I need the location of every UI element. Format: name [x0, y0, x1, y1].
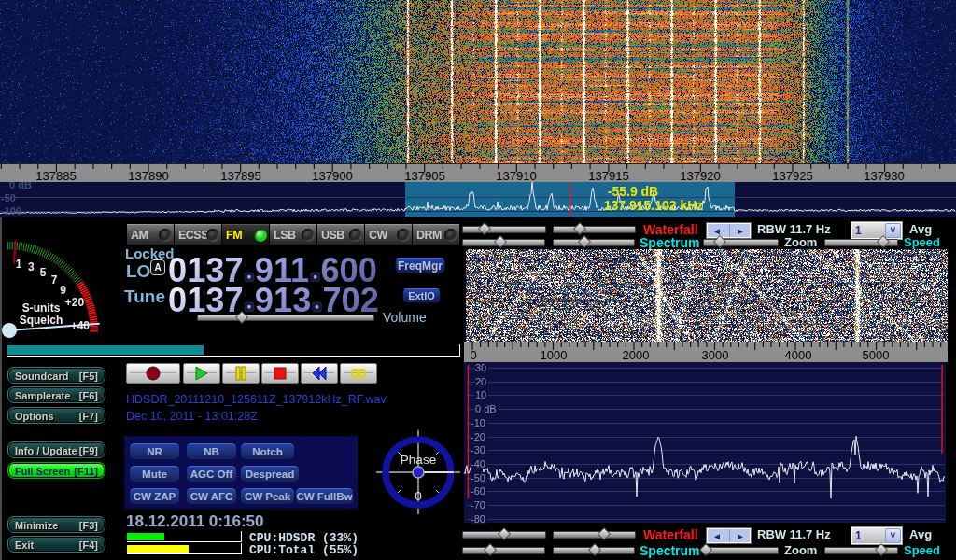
record-button[interactable] [126, 363, 180, 384]
mode-button-lsb[interactable]: LSB [270, 224, 316, 245]
menu-button-key: [F6] [79, 390, 98, 401]
dsp-button-notch[interactable]: Notch [241, 443, 294, 459]
scale2-label: 2000 [623, 348, 650, 362]
smeter-scale-label: 3 [28, 260, 35, 273]
menu-button-exit[interactable]: Exit[F4] [7, 536, 105, 553]
mode-led-drm [444, 229, 457, 242]
sp-slider2-0-track[interactable] [553, 239, 635, 246]
digit-separator [246, 302, 253, 311]
menu-button-label: Options [15, 411, 54, 422]
wf-slider1-0-track[interactable] [462, 226, 546, 233]
waterfall-spin-1-right-arrow[interactable]: ► [736, 531, 745, 541]
dsp-button-cw-fullbw[interactable]: CW FullBw [296, 488, 353, 504]
mode-led-lsb [302, 229, 315, 242]
lo-a-badge[interactable]: A [150, 259, 165, 275]
main-waterfall-display[interactable] [0, 0, 956, 163]
loop-button[interactable] [340, 363, 377, 384]
digit-separator [313, 302, 320, 311]
menu-button-info-update[interactable]: Info / Update[F9] [7, 441, 105, 458]
smeter-caption-sunits: S-units [22, 301, 61, 315]
scale2-label: 4000 [785, 348, 812, 362]
wf-slider2-1-track[interactable] [553, 531, 636, 539]
audio-spectrum-display[interactable]: 3020100 dB-10-20-30-40-50-60-70-80 [464, 362, 946, 523]
tune-frequency-display[interactable]: 0137913702 [168, 285, 379, 315]
audio-waterfall-display[interactable] [466, 249, 948, 342]
scale1-label: 137905 [404, 169, 444, 183]
waterfall-label-1: Waterfall [643, 527, 698, 542]
dsp-button-despread[interactable]: Despread [241, 466, 299, 482]
scale1-label: 137925 [772, 169, 812, 183]
scale1-label: 137915 [588, 169, 628, 183]
phase-dial[interactable]: Phase0 [372, 426, 465, 519]
dsp-button-cw-afc[interactable]: CW AFC [187, 488, 236, 504]
menu-button-label: Exit [15, 539, 34, 551]
cpu-bar1-end [241, 531, 242, 542]
sp-slider1-1-track[interactable] [462, 547, 545, 554]
scale2-label: 1000 [541, 348, 568, 362]
menu-button-minimize[interactable]: Minimize[F3] [7, 516, 105, 533]
mode-button-fm[interactable]: FM [222, 224, 269, 245]
menu-button-samplerate[interactable]: Samplerate[F6] [7, 386, 105, 403]
spec2-db-label: 30 [475, 363, 488, 372]
menu-button-soundcard[interactable]: Soundcard[F5] [7, 367, 105, 384]
record-icon [146, 366, 161, 381]
avg-dropdown-0[interactable]: 1˅ [851, 222, 902, 239]
dsp-button-nr[interactable]: NR [130, 443, 179, 459]
mode-button-cw[interactable]: CW [365, 224, 412, 245]
waterfall-spin-0-right-arrow[interactable]: ► [736, 226, 745, 236]
dsp-button-agc-off[interactable]: AGC Off [187, 466, 236, 482]
zoom-slider-1-track[interactable] [703, 547, 779, 554]
scale1-label: 137930 [864, 169, 904, 183]
dsp-button-cw-zap[interactable]: CW ZAP [130, 488, 179, 504]
tune-label: Tune [124, 287, 165, 307]
avg-dropdown-1-arrow[interactable]: ˅ [885, 528, 901, 543]
dsp-button-nb[interactable]: NB [187, 443, 236, 459]
menu-button-key: [F5] [79, 371, 98, 382]
squelch-track-end [459, 344, 460, 357]
mode-led-am [159, 229, 172, 242]
zoom-label-0: Zoom [784, 235, 817, 249]
mode-button-usb[interactable]: USB [317, 224, 364, 245]
mode-button-ecss[interactable]: ECSS [175, 224, 221, 245]
dsp-button-cw-peak[interactable]: CW Peak [241, 488, 294, 504]
waterfall-spin-1-left-arrow[interactable]: ◄ [712, 531, 722, 541]
waterfall-spin-0[interactable]: ◄► [707, 223, 751, 238]
avg-dropdown-0-arrow[interactable]: ˅ [885, 223, 901, 238]
wf-slider2-0-track[interactable] [553, 226, 636, 233]
mode-button-label: USB [321, 229, 344, 242]
locked-label: Locked [125, 245, 175, 261]
stop-button[interactable] [261, 363, 299, 384]
main-frequency-scale[interactable]: 1378851378901378951379001379051379101379… [0, 163, 956, 182]
audio-spectrum-canvas [464, 362, 946, 523]
spec2-db-label: -20 [471, 432, 487, 441]
menu-button-options[interactable]: Options[F7] [7, 407, 105, 424]
extio-button[interactable]: ExtIO [402, 288, 441, 303]
pause-icon [233, 366, 248, 381]
mode-button-label: ECSS [178, 229, 208, 242]
smeter-scale-label: 9 [60, 284, 66, 297]
squelch-fill [7, 345, 204, 355]
spectrum-label-0: Spectrum [640, 235, 700, 250]
strip-db-label: 0 dB [9, 182, 32, 189]
mode-button-am[interactable]: AM [127, 224, 174, 245]
waterfall-spin-1[interactable]: ◄► [707, 528, 751, 543]
menu-button-key: [F4] [79, 539, 98, 551]
dsp-panel: NRNBNotchMuteAGC OffDespreadCW ZAPCW AFC… [124, 436, 358, 510]
mode-button-label: AM [131, 229, 148, 242]
mode-button-drm[interactable]: DRM [413, 224, 459, 245]
pause-button[interactable] [222, 363, 260, 384]
rewind-button[interactable] [301, 363, 338, 384]
recording-date: Dec 10, 2011 - 13:01:28Z [126, 410, 258, 423]
volume-label: Volume [383, 310, 427, 325]
audio-frequency-scale[interactable]: 010002000300040005000 [464, 342, 948, 362]
freqmgr-button[interactable]: FreqMgr [395, 258, 445, 273]
menu-button-label: Soundcard [15, 371, 68, 382]
avg-dropdown-1-value: 1 [855, 529, 862, 542]
dsp-button-mute[interactable]: Mute [130, 466, 179, 482]
menu-button-full-screen[interactable]: Full Screen[F11] [7, 462, 105, 479]
rbw-label-0: RBW 11.7 Hz [757, 222, 831, 236]
main-spectrum-strip[interactable]: -55.9 dB 137.915.102 kHz 0 dB-50-100 [0, 182, 956, 217]
play-button[interactable] [183, 363, 220, 384]
avg-dropdown-1[interactable]: 1˅ [851, 527, 902, 544]
speed-label-0: Speed [904, 235, 940, 249]
